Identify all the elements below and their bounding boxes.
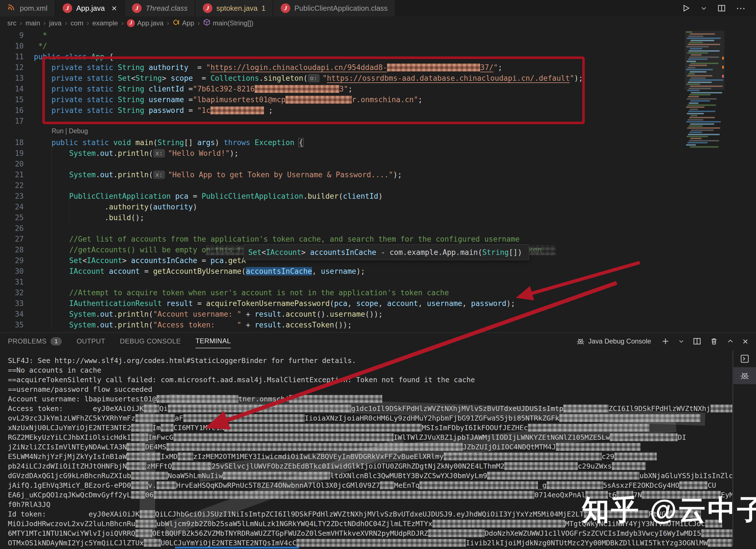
terminal-line-13: dGVzdDAxQG1jcG9kLnBhcnRuZXIubNoaW5hLmNuI… bbox=[8, 471, 732, 481]
redacted-blur bbox=[127, 443, 145, 451]
code-line-11: 11public class App { bbox=[0, 51, 756, 62]
redacted-blur bbox=[701, 529, 732, 537]
minimap-line bbox=[689, 88, 711, 89]
minimap[interactable] bbox=[685, 30, 724, 333]
line-number: 20 bbox=[0, 159, 24, 169]
split-terminal-icon[interactable] bbox=[693, 337, 701, 346]
redacted-blur bbox=[157, 481, 176, 489]
minimap-line bbox=[689, 102, 698, 104]
line-number: 22 bbox=[0, 180, 24, 191]
code-line-22: 22 bbox=[0, 180, 756, 191]
redacted-blur bbox=[432, 520, 472, 528]
code-editor[interactable]: 9 *10 */11public class App {12 private s… bbox=[0, 30, 756, 333]
code-line-18: 18 public static void main(String[] args… bbox=[0, 137, 756, 148]
code-line-31: 31 bbox=[0, 277, 756, 288]
code-text: */ bbox=[34, 41, 47, 51]
split-editor-icon[interactable] bbox=[717, 4, 726, 12]
run-dropdown-chevron-icon[interactable] bbox=[700, 5, 707, 12]
redacted-blur bbox=[183, 414, 305, 422]
minimap-line bbox=[689, 65, 707, 66]
terminal-line-8: xNzUxNjU0LCJuYmYiOjE2NTE3NTE2ImCI6MTY1MT… bbox=[8, 423, 732, 433]
code-text: private static String authority = "https… bbox=[34, 62, 502, 73]
terminal-instance-item[interactable] bbox=[733, 350, 756, 367]
minimap-line bbox=[688, 111, 715, 112]
minimap-line bbox=[687, 75, 712, 76]
breadcrumb-com[interactable]: com bbox=[71, 19, 83, 27]
minimap-line bbox=[687, 104, 716, 106]
vscode-window: pom.xml J App.java × J Thread.class J sp… bbox=[0, 0, 756, 549]
code-line-12: 12 private static String authority = "ht… bbox=[0, 62, 756, 73]
panel-tab-terminal[interactable]: TERMINAL bbox=[195, 334, 231, 348]
panel-tab-problems[interactable]: PROBLEMS1 bbox=[8, 335, 62, 348]
code-text: //Get list of accounts from the applicat… bbox=[34, 234, 520, 244]
minimap-line bbox=[686, 106, 704, 108]
code-line-36: 36 System.out.println("Idtoken: " + resu… bbox=[0, 330, 756, 333]
tab-pom-xml[interactable]: pom.xml bbox=[0, 0, 55, 16]
tab-publicclientapplication-class[interactable]: J PublicClientApplication.class bbox=[273, 0, 395, 16]
watermark: 知乎 @云中子 bbox=[582, 492, 756, 529]
redacted-blur bbox=[154, 491, 535, 499]
terminal-line-2: ==No accounts in cache bbox=[8, 366, 732, 375]
code-text: .authority(authority) bbox=[34, 201, 197, 212]
redacted-blur bbox=[157, 395, 238, 403]
panel-tab-output[interactable]: OUTPUT bbox=[76, 335, 105, 348]
breadcrumb-method-main[interactable]: main(String[]) bbox=[203, 19, 253, 28]
minimap-line bbox=[689, 117, 715, 118]
redacted-blur bbox=[127, 462, 146, 470]
line-number: 10 bbox=[0, 41, 24, 51]
breadcrumb-app-java[interactable]: JApp.java bbox=[127, 19, 163, 27]
minimap-line bbox=[686, 144, 696, 146]
breadcrumb: src› main› java› com› example› JApp.java… bbox=[0, 16, 756, 30]
redacted-blur bbox=[140, 510, 155, 518]
chevron-right-icon: › bbox=[87, 19, 89, 27]
minimap-line bbox=[689, 42, 703, 43]
minimap-line bbox=[688, 119, 703, 120]
more-actions-icon[interactable]: ⋯ bbox=[736, 3, 746, 14]
codelens-run-debug[interactable]: Run | Debug bbox=[52, 127, 88, 135]
run-button[interactable] bbox=[682, 4, 690, 12]
line-number: 34 bbox=[0, 309, 24, 320]
maximize-panel-chevron-up-icon[interactable] bbox=[727, 338, 734, 345]
redacted-blur bbox=[127, 453, 161, 460]
terminal-line-20: OTMxOS1kNDAyNmI2Yjc5YmQiLCJlZTUxU0LCJuYm… bbox=[8, 538, 732, 548]
minimap-line bbox=[691, 92, 722, 93]
panel-tab-debug-console[interactable]: DEBUG CONSOLE bbox=[120, 335, 181, 348]
minimap-line bbox=[687, 52, 708, 54]
editor-actions: ⋯ bbox=[682, 0, 756, 16]
breadcrumb-class-app[interactable]: App bbox=[173, 19, 194, 28]
line-number: 15 bbox=[0, 94, 24, 105]
tab-thread-class[interactable]: J Thread.class bbox=[125, 0, 195, 16]
java-debug-console-instance-item[interactable] bbox=[733, 367, 756, 384]
redacted-blur bbox=[135, 520, 157, 528]
breadcrumb-src[interactable]: src bbox=[7, 19, 16, 27]
redacted-blur bbox=[487, 472, 639, 480]
redacted-blur bbox=[168, 405, 351, 412]
panel-actions: Java Debug Console × bbox=[576, 336, 748, 347]
redacted-blur bbox=[131, 481, 148, 489]
breadcrumb-main[interactable]: main bbox=[25, 19, 40, 27]
terminal-line-14: jAifQ.1gEhVq3MicY_BEzorG-ePD0v.HrvEaHSQq… bbox=[8, 481, 732, 490]
code-line-17: 17 bbox=[0, 116, 756, 126]
breadcrumb-example[interactable]: example bbox=[92, 19, 118, 27]
tab-app-java[interactable]: J App.java × bbox=[55, 0, 125, 16]
minimap-line bbox=[686, 83, 700, 85]
minimap-line bbox=[690, 123, 714, 125]
redacted-blur bbox=[255, 85, 339, 93]
minimap-line bbox=[691, 54, 702, 56]
problem-count-badge: 1 bbox=[261, 4, 265, 13]
xml-rss-icon bbox=[7, 3, 16, 14]
code-text: private static String username ="lbapimu… bbox=[34, 94, 423, 105]
new-terminal-button[interactable] bbox=[661, 337, 670, 346]
breadcrumb-java[interactable]: java bbox=[49, 19, 61, 27]
redacted-blur bbox=[135, 414, 175, 422]
tab-sptoken-java[interactable]: J sptoken.java 1 bbox=[195, 0, 273, 16]
kill-terminal-trash-icon[interactable] bbox=[710, 337, 718, 346]
close-panel-icon[interactable]: × bbox=[742, 336, 748, 347]
close-icon[interactable]: × bbox=[111, 4, 117, 13]
active-terminal-label[interactable]: Java Debug Console bbox=[576, 337, 651, 346]
code-line-9: 9 * bbox=[0, 30, 756, 41]
terminal-picker-chevron-icon[interactable] bbox=[678, 338, 684, 344]
minimap-line bbox=[690, 71, 706, 72]
code-text: public class App { bbox=[34, 51, 113, 62]
code-line-23: 23 PublicClientApplication pca = PublicC… bbox=[0, 191, 756, 201]
